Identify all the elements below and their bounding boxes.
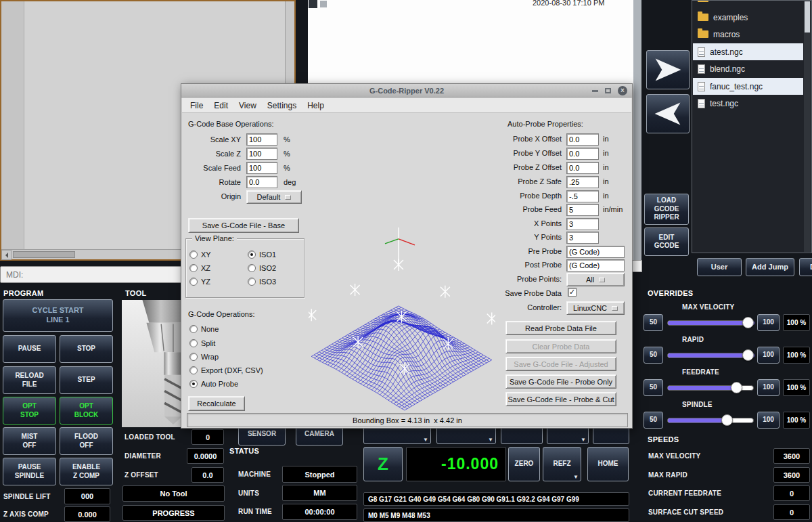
y-points-input[interactable]: 3 — [566, 232, 599, 244]
file-row[interactable]: fanuc_test.ngc — [693, 78, 803, 95]
save-gcode-probe-cut-button[interactable]: Save G-Code File - Probe & Cut — [505, 392, 616, 406]
toolbar-icon-2[interactable] — [320, 1, 327, 7]
probe-depth-input[interactable]: -.5 — [566, 190, 599, 202]
stop-button[interactable]: STOP — [60, 335, 113, 363]
scale-z-input[interactable]: 100 — [246, 148, 277, 160]
file-row[interactable]: blend.ngc — [693, 60, 803, 77]
radio-view-iso2[interactable]: ISO2 — [248, 264, 276, 272]
override-slider[interactable] — [667, 380, 754, 395]
file-scrollbar[interactable] — [804, 1, 811, 252]
toolbar-icon[interactable] — [309, 0, 317, 8]
recalculate-button[interactable]: Recalculate — [188, 396, 245, 411]
z-axis-button[interactable]: Z — [363, 447, 403, 481]
edit-gcode-button[interactable]: EDIT GCODE — [644, 227, 689, 256]
override-max-button[interactable]: 100 — [757, 412, 780, 429]
override-slider[interactable] — [667, 413, 754, 427]
slider-knob[interactable] — [742, 317, 754, 328]
menu-file[interactable]: File — [185, 100, 208, 112]
opt-block-button[interactable]: OPT BLOCK — [60, 397, 113, 425]
radio-view-yz[interactable]: YZ — [189, 278, 210, 286]
radio-op-wrap[interactable]: Wrap — [189, 353, 219, 361]
menu-view[interactable]: View — [233, 100, 262, 112]
load-gcode-ripper-button[interactable]: LOAD GCODE RIPPER — [644, 194, 689, 225]
radio-op-export[interactable]: Export (DXF, CSV) — [189, 366, 263, 374]
slider-knob[interactable] — [721, 414, 733, 426]
controller-dropdown[interactable]: LinuxCNC — [566, 301, 625, 315]
file-row[interactable]: test.ngc — [693, 95, 803, 112]
radio-op-none[interactable]: None — [189, 325, 219, 333]
home-button[interactable]: HOME — [587, 447, 629, 481]
menu-settings[interactable]: Settings — [262, 100, 302, 112]
file-scroll-thumb[interactable] — [805, 1, 810, 32]
scale-xy-input[interactable]: 100 — [246, 133, 277, 146]
override-min-button[interactable]: 50 — [644, 412, 663, 429]
file-row[interactable]: atest.ngc — [693, 43, 803, 60]
enable-z-comp-button[interactable]: ENABLE Z COMP — [60, 458, 113, 485]
x-points-input[interactable]: 3 — [566, 218, 599, 230]
file-browser[interactable]: examples macros atest.ngc blend.ngc fanu… — [692, 0, 812, 253]
menu-edit[interactable]: Edit — [208, 100, 233, 112]
override-min-button[interactable]: 50 — [644, 379, 663, 396]
override-max-button[interactable]: 100 — [757, 347, 780, 364]
pause-spindle-button[interactable]: PAUSE SPINDLE — [3, 458, 56, 485]
probe-z-safe-input[interactable]: .25 — [566, 176, 599, 188]
scale-feed-input[interactable]: 100 — [246, 162, 277, 174]
override-min-button[interactable]: 50 — [644, 314, 663, 331]
radio-view-xy[interactable]: XY — [189, 251, 211, 259]
probe-feed-input[interactable]: 5 — [566, 204, 599, 216]
slider-knob[interactable] — [742, 349, 754, 361]
scroll-left-icon[interactable] — [1, 250, 12, 260]
radio-op-split[interactable]: Split — [189, 339, 215, 347]
cycle-start-button[interactable]: CYCLE START LINE 1 — [3, 299, 113, 332]
override-max-button[interactable]: 100 — [757, 314, 780, 331]
pre-probe-input[interactable]: (G Code) — [566, 246, 625, 258]
zero-button[interactable]: ZERO — [508, 447, 540, 481]
pause-button[interactable]: PAUSE — [3, 335, 56, 363]
file-row[interactable]: macros — [693, 26, 803, 43]
reload-file-button[interactable]: RELOAD FILE — [3, 366, 56, 394]
maximize-icon[interactable] — [605, 88, 611, 93]
probe-points-dropdown[interactable]: All — [566, 273, 625, 286]
radio-view-xz[interactable]: XZ — [189, 264, 210, 272]
step-button[interactable]: STEP — [60, 366, 113, 394]
save-gcode-probe-only-button[interactable]: Save G-Code File - Probe Only — [505, 374, 616, 389]
user-button[interactable]: User — [697, 258, 742, 276]
dialog-titlebar[interactable]: G-Code-Ripper V0.22 — [181, 84, 632, 97]
minimize-icon[interactable] — [592, 90, 598, 92]
editor-hscroll-thumb[interactable] — [13, 251, 75, 258]
save-gcode-base-button[interactable]: Save G-Code File - Base — [188, 218, 299, 233]
add-jump-button[interactable]: Add Jump — [746, 258, 794, 276]
close-icon[interactable] — [618, 86, 627, 95]
override-slider[interactable] — [667, 316, 754, 330]
opt-stop-button[interactable]: OPT STOP — [3, 397, 56, 425]
radio-view-iso3[interactable]: ISO3 — [248, 278, 276, 286]
read-probe-data-button[interactable]: Read Probe Data File — [505, 321, 616, 335]
radio-icon — [189, 278, 198, 286]
radio-view-iso1[interactable]: ISO1 — [248, 251, 276, 259]
post-probe-input[interactable]: (G Code) — [566, 259, 625, 271]
menu-help[interactable]: Help — [302, 100, 330, 112]
override-slider[interactable] — [667, 348, 754, 362]
override-max-button[interactable]: 100 — [757, 379, 780, 396]
editor-gutter — [1, 1, 24, 249]
rotate-input[interactable]: 0.0 — [246, 176, 277, 188]
probe-z-offset-input[interactable]: 0.0 — [566, 162, 599, 174]
override-min-button[interactable]: 50 — [644, 347, 663, 364]
arrow-prev-button[interactable] — [646, 94, 690, 133]
probe-y-offset-input[interactable]: 0.0 — [566, 148, 599, 160]
partial-right-button[interactable]: D — [799, 258, 812, 276]
arrow-next-button[interactable] — [646, 50, 690, 89]
flood-button[interactable]: FLOOD OFF — [60, 427, 113, 455]
origin-dropdown[interactable]: Default — [246, 190, 302, 204]
file-row[interactable]: examples — [693, 9, 803, 26]
radio-op-auto-probe[interactable]: Auto Probe — [189, 380, 238, 388]
mist-button[interactable]: MIST OFF — [3, 427, 56, 455]
save-probe-data-checkbox[interactable] — [568, 288, 577, 297]
units-label: UNITS — [238, 490, 259, 497]
preview-vscrollbar[interactable] — [633, 0, 641, 271]
file-name: atest.ngc — [710, 47, 743, 57]
probe-x-offset-input[interactable]: 0.0 — [566, 133, 599, 146]
file-row-partial[interactable] — [693, 0, 803, 7]
slider-knob[interactable] — [731, 382, 742, 393]
refz-button[interactable]: REFZ — [543, 447, 581, 481]
